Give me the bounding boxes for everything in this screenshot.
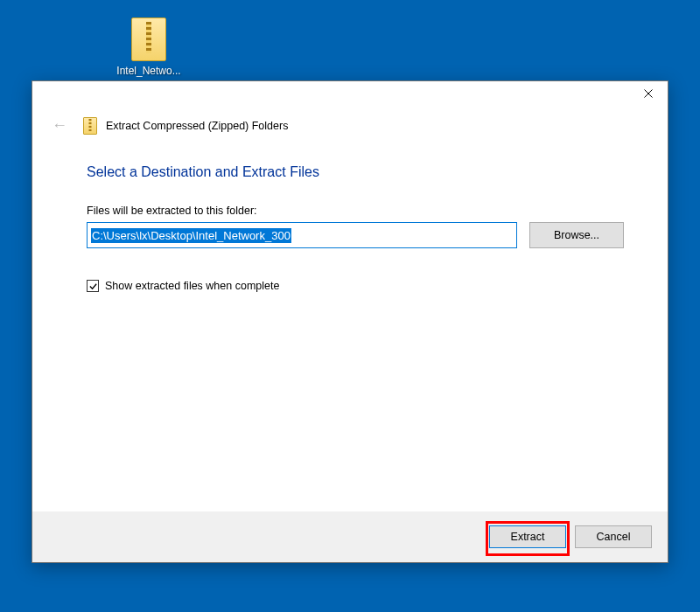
desktop-icon-label: Intel_Netwo...: [114, 65, 184, 77]
destination-path-input[interactable]: C:\Users\lx\Desktop\Intel_Network_300: [87, 222, 517, 248]
show-files-checkbox[interactable]: [87, 280, 99, 292]
show-files-checkbox-label: Show extracted files when complete: [105, 280, 279, 292]
close-icon: [644, 89, 653, 98]
dialog-content: Select a Destination and Extract Files F…: [32, 147, 668, 511]
dialog-header: ← Extract Compressed (Zipped) Folders: [32, 108, 668, 147]
dialog-title: Extract Compressed (Zipped) Folders: [106, 120, 288, 132]
extract-wizard-dialog: ← Extract Compressed (Zipped) Folders Se…: [32, 80, 668, 563]
show-files-checkbox-row[interactable]: Show extracted files when complete: [87, 280, 624, 292]
destination-path-value: C:\Users\lx\Desktop\Intel_Network_300: [91, 228, 291, 243]
path-field-label: Files will be extracted to this folder:: [87, 205, 624, 217]
path-row: C:\Users\lx\Desktop\Intel_Network_300 Br…: [87, 222, 624, 248]
button-bar: Extract Cancel: [32, 511, 668, 562]
cancel-button[interactable]: Cancel: [575, 525, 652, 548]
page-heading: Select a Destination and Extract Files: [87, 164, 624, 180]
close-button[interactable]: [628, 81, 668, 106]
checkmark-icon: [88, 282, 98, 291]
titlebar: [32, 81, 668, 108]
zip-folder-icon: [83, 117, 97, 135]
zip-folder-icon: [131, 17, 166, 61]
browse-button[interactable]: Browse...: [529, 222, 624, 248]
desktop-zip-shortcut[interactable]: Intel_Netwo...: [114, 17, 184, 77]
back-arrow-icon: ←: [45, 113, 74, 138]
extract-button[interactable]: Extract: [489, 525, 566, 548]
